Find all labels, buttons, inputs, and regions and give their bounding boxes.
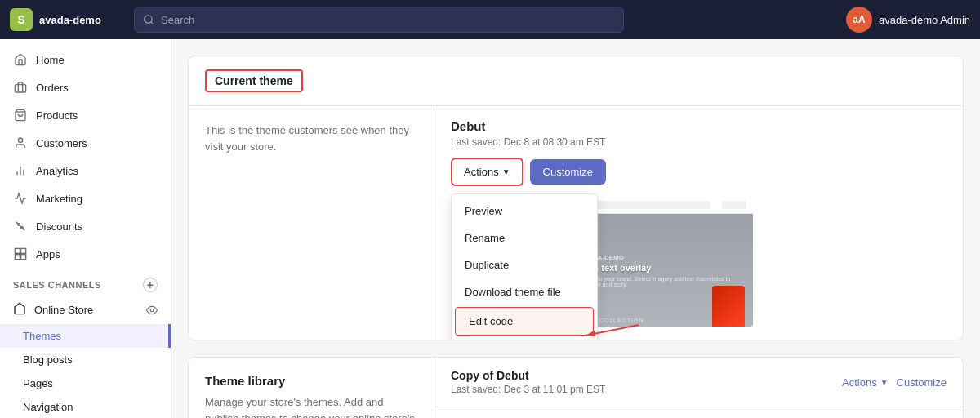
svg-rect-2 <box>15 85 25 92</box>
sidebar-sub-item-blog-posts[interactable]: Blog posts <box>0 348 171 371</box>
svg-line-17 <box>586 325 639 336</box>
current-theme-section: Current theme This is the theme customer… <box>188 56 964 340</box>
search-bar[interactable]: Search <box>134 7 624 33</box>
theme-list-saved-0: Last saved: Dec 3 at 11:01 pm EST <box>451 384 605 395</box>
search-icon <box>143 14 154 25</box>
top-navigation: S avada-demo Search aA avada-demo Admin <box>0 0 980 39</box>
sidebar-label-apps: Apps <box>36 248 60 260</box>
current-theme-description: This is the theme customers see when the… <box>189 106 434 340</box>
sidebar-item-analytics[interactable]: Analytics <box>0 157 171 185</box>
theme-list-item-1: Debut Not customized yet Actions ▼ Custo… <box>434 407 963 418</box>
thumb-nav <box>722 201 746 209</box>
dropdown-item-download[interactable]: Download theme file <box>452 278 597 305</box>
sidebar-sub-item-themes[interactable]: Themes <box>0 324 171 348</box>
red-arrow-indicator <box>577 321 643 340</box>
store-name: avada-demo <box>39 14 101 26</box>
sidebar-item-orders[interactable]: Orders <box>0 73 171 101</box>
svg-rect-14 <box>21 255 26 260</box>
user-label: avada-demo Admin <box>879 14 970 26</box>
svg-point-0 <box>145 16 152 23</box>
sidebar-item-marketing[interactable]: Marketing <box>0 185 171 212</box>
theme-list-customize-button-0[interactable]: Customize <box>897 376 947 389</box>
svg-rect-12 <box>21 248 26 253</box>
sidebar-sub-label-blog-posts: Blog posts <box>23 354 73 366</box>
discounts-icon <box>13 219 28 233</box>
sales-channels-section: SALES CHANNELS + <box>0 268 171 296</box>
logo-area[interactable]: S avada-demo <box>10 8 124 31</box>
sidebar-label-marketing: Marketing <box>36 193 82 205</box>
customize-button[interactable]: Customize <box>530 159 606 185</box>
chevron-down-icon-list-0: ▼ <box>880 378 889 387</box>
sidebar: Home Orders Products Customers Analytics <box>0 39 172 418</box>
svg-point-4 <box>18 138 22 142</box>
theme-library-list: Copy of Debut Last saved: Dec 3 at 11:01… <box>434 358 963 418</box>
actions-button[interactable]: Actions ▼ <box>451 158 523 186</box>
theme-list-item-0: Copy of Debut Last saved: Dec 3 at 11:01… <box>434 358 963 407</box>
sidebar-label-home: Home <box>36 54 65 66</box>
orders-icon <box>13 80 28 95</box>
theme-library-subtitle: Manage your store's themes. Add and publ… <box>205 394 417 418</box>
current-theme-header: Current theme <box>189 56 963 106</box>
online-store-icon <box>13 302 26 318</box>
sidebar-sub-label-navigation: Navigation <box>23 401 73 413</box>
user-area: aA avada-demo Admin <box>846 7 970 33</box>
sidebar-sub-item-navigation[interactable]: Navigation <box>0 395 171 418</box>
svg-line-1 <box>151 22 154 24</box>
products-icon <box>13 108 28 122</box>
sidebar-label-products: Products <box>36 109 78 122</box>
theme-library-section: Theme library Manage your store's themes… <box>188 357 964 418</box>
current-theme-body: This is the theme customers see when the… <box>189 106 963 340</box>
current-theme-title: Current theme <box>205 69 303 92</box>
theme-list-name-0: Copy of Debut <box>451 369 605 382</box>
sidebar-item-online-store[interactable]: Online Store <box>0 296 171 324</box>
chevron-down-icon: ▼ <box>502 167 510 176</box>
svg-rect-11 <box>15 248 20 253</box>
theme-list-actions-button-0[interactable]: Actions ▼ <box>842 376 889 389</box>
current-theme-saved: Last saved: Dec 8 at 08:30 am EST <box>451 136 947 148</box>
add-sales-channel-button[interactable]: + <box>143 278 158 292</box>
content-area: Current theme This is the theme customer… <box>172 39 980 418</box>
svg-rect-13 <box>15 255 20 260</box>
sidebar-sub-label-pages: Pages <box>23 377 53 389</box>
dropdown-item-preview[interactable]: Preview <box>452 198 597 225</box>
actions-dropdown: Preview Rename Duplicate Download theme … <box>451 193 598 340</box>
current-theme-right: Debut Last saved: Dec 8 at 08:30 am EST … <box>434 106 963 340</box>
sidebar-label-orders: Orders <box>36 82 69 94</box>
theme-actions-row: Actions ▼ Preview Rename <box>451 158 947 186</box>
dropdown-item-edit-code[interactable]: Edit code <box>455 307 594 336</box>
sidebar-item-apps[interactable]: Apps <box>0 240 171 268</box>
dropdown-item-rename[interactable]: Rename <box>452 225 597 251</box>
thumb-jacket-image <box>712 286 745 327</box>
sidebar-item-products[interactable]: Products <box>0 101 171 129</box>
shopify-logo-icon: S <box>10 8 33 31</box>
sidebar-label-discounts: Discounts <box>36 220 82 233</box>
theme-library-title: Theme library <box>205 374 417 388</box>
sidebar-item-discounts[interactable]: Discounts <box>0 212 171 240</box>
eye-icon <box>146 305 158 316</box>
sidebar-item-customers[interactable]: Customers <box>0 129 171 157</box>
customers-icon <box>13 136 28 150</box>
sidebar-sub-item-pages[interactable]: Pages <box>0 371 171 395</box>
theme-library-description: Theme library Manage your store's themes… <box>189 358 434 418</box>
current-theme-desc-text: This is the theme customers see when the… <box>205 122 417 154</box>
sidebar-item-home[interactable]: Home <box>0 46 171 73</box>
search-placeholder: Search <box>161 14 194 26</box>
analytics-icon <box>13 163 28 178</box>
sidebar-sub-label-themes: Themes <box>23 330 61 342</box>
svg-line-10 <box>16 222 25 231</box>
current-theme-name: Debut <box>451 119 947 133</box>
apps-icon <box>13 247 28 261</box>
dropdown-item-edit-languages[interactable]: Edit languages <box>452 337 597 340</box>
avatar[interactable]: aA <box>846 7 872 33</box>
dropdown-item-duplicate[interactable]: Duplicate <box>452 251 597 278</box>
svg-point-15 <box>150 309 154 312</box>
sidebar-label-analytics: Analytics <box>36 165 78 177</box>
theme-library-body: Theme library Manage your store's themes… <box>189 358 963 418</box>
marketing-icon <box>13 191 28 206</box>
home-icon <box>13 52 28 67</box>
sidebar-label-customers: Customers <box>36 137 87 149</box>
online-store-label: Online Store <box>34 304 93 316</box>
